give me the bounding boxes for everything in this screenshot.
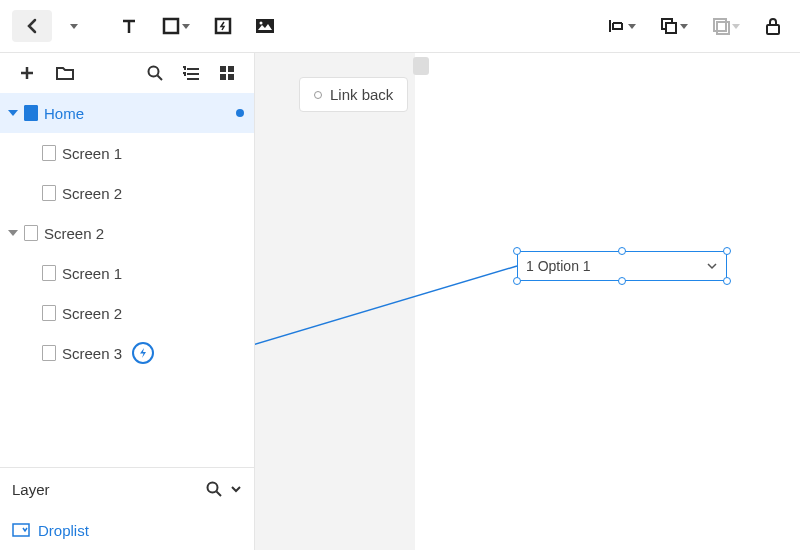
page-icon: [24, 105, 38, 121]
layer-panel-header[interactable]: Layer: [0, 468, 254, 510]
svg-rect-15: [13, 524, 29, 536]
tree-item-screen[interactable]: Screen 2: [0, 173, 254, 213]
page-tree: Home Screen 1 Screen 2 Screen 2 Screen 1: [0, 93, 254, 467]
event-tool-button[interactable]: [208, 11, 238, 41]
arrange-tool-button[interactable]: [654, 11, 694, 41]
layer-title: Layer: [12, 481, 50, 498]
active-dot-icon: [236, 109, 244, 117]
tree-item-screen2-group[interactable]: Screen 2: [0, 213, 254, 253]
list-icon: [182, 66, 200, 80]
page-icon: [42, 265, 56, 281]
droplist-value: 1 Option 1: [526, 258, 591, 274]
grid-view-button[interactable]: [212, 58, 242, 88]
svg-rect-5: [666, 23, 676, 33]
tree-search-button[interactable]: [140, 58, 170, 88]
svg-rect-8: [767, 25, 779, 34]
page-icon: [42, 145, 56, 161]
image-icon: [255, 17, 275, 35]
square-icon: [162, 17, 180, 35]
svg-rect-13: [228, 74, 234, 80]
canvas[interactable]: Link back 1 Option 1: [255, 53, 800, 550]
svg-rect-0: [164, 19, 178, 33]
shape-tool-button[interactable]: [156, 11, 196, 41]
image-tool-button[interactable]: [250, 11, 280, 41]
tree-item-label: Screen 1: [62, 265, 122, 282]
chevron-down-icon: [706, 260, 718, 272]
tab-stub: [413, 57, 429, 75]
search-icon: [147, 65, 163, 81]
page-icon: [24, 225, 38, 241]
tree-item-label: Screen 2: [62, 185, 122, 202]
folder-button[interactable]: [50, 58, 80, 88]
lightning-square-icon: [214, 17, 232, 35]
svg-rect-7: [717, 22, 729, 34]
selection-handle[interactable]: [723, 247, 731, 255]
back-dropdown[interactable]: [64, 10, 82, 42]
layer-item-label: Droplist: [38, 522, 89, 539]
align-tool-button[interactable]: [602, 11, 642, 41]
main-area: Home Screen 1 Screen 2 Screen 2 Screen 1: [0, 53, 800, 550]
selection-handle[interactable]: [618, 247, 626, 255]
canvas-gutter: [255, 53, 415, 550]
page-icon: [42, 345, 56, 361]
selection-handle[interactable]: [618, 277, 626, 285]
tree-item-label: Screen 3: [62, 345, 122, 362]
lock-icon: [765, 17, 781, 35]
copy-icon: [660, 17, 678, 35]
svg-rect-10: [220, 66, 226, 72]
tree-item-home[interactable]: Home: [0, 93, 254, 133]
group-tool-button[interactable]: [706, 11, 746, 41]
tree-item-label: Screen 2: [62, 305, 122, 322]
caret-down-icon: [8, 110, 18, 116]
layer-item-droplist[interactable]: Droplist: [0, 510, 254, 550]
sidebar: Home Screen 1 Screen 2 Screen 2 Screen 1: [0, 53, 255, 550]
top-toolbar: [0, 0, 800, 53]
link-dot-icon: [314, 91, 322, 99]
svg-rect-11: [228, 66, 234, 72]
link-back-button[interactable]: Link back: [299, 77, 408, 112]
chevron-left-icon: [26, 18, 38, 34]
layers-icon: [712, 17, 730, 35]
toolbar-left: [12, 10, 280, 42]
tree-item-screen[interactable]: Screen 2: [0, 293, 254, 333]
tree-item-label: Screen 2: [44, 225, 104, 242]
back-button[interactable]: [12, 10, 52, 42]
selection-handle[interactable]: [513, 277, 521, 285]
selection-handle[interactable]: [723, 277, 731, 285]
caret-down-icon: [8, 230, 18, 236]
lightning-icon: [138, 347, 148, 359]
svg-rect-6: [714, 19, 726, 31]
svg-point-3: [260, 22, 263, 25]
link-back-label: Link back: [330, 86, 393, 103]
svg-rect-12: [220, 74, 226, 80]
text-icon: [120, 17, 138, 35]
svg-point-9: [149, 67, 159, 77]
tree-item-label: Home: [44, 105, 84, 122]
align-left-icon: [608, 17, 626, 35]
toolbar-right: [602, 11, 788, 41]
lock-button[interactable]: [758, 11, 788, 41]
plus-icon: [19, 65, 35, 81]
layer-panel: Layer Droplist: [0, 467, 254, 550]
chevron-down-icon[interactable]: [230, 483, 242, 495]
tree-item-label: Screen 1: [62, 145, 122, 162]
event-badge: [132, 342, 154, 364]
text-tool-button[interactable]: [114, 11, 144, 41]
list-view-button[interactable]: [176, 58, 206, 88]
page-icon: [42, 305, 56, 321]
svg-point-14: [208, 483, 218, 493]
tree-item-screen[interactable]: Screen 1: [0, 253, 254, 293]
svg-rect-2: [256, 19, 274, 33]
sidebar-toolbar: [0, 53, 254, 93]
add-button[interactable]: [12, 58, 42, 88]
folder-icon: [56, 65, 74, 81]
selection-handle[interactable]: [513, 247, 521, 255]
tree-item-screen[interactable]: Screen 1: [0, 133, 254, 173]
droplist-icon: [12, 523, 30, 537]
tree-item-screen3[interactable]: Screen 3: [0, 333, 254, 373]
grid-icon: [219, 65, 235, 81]
page-icon: [42, 185, 56, 201]
search-icon[interactable]: [206, 481, 222, 497]
